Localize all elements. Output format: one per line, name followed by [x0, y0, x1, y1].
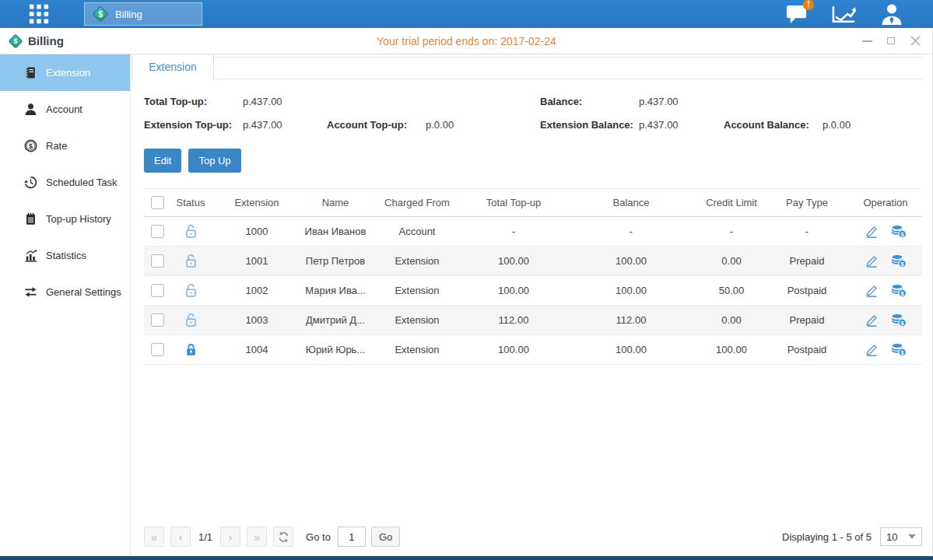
- cell-pay-type: Postpaid: [765, 276, 849, 306]
- top-up-button[interactable]: Top Up: [188, 149, 240, 173]
- edit-icon[interactable]: [865, 254, 879, 268]
- billing-app-window: { "topbar": { "taskbar_item_label": "Bil…: [0, 0, 933, 560]
- tab-extension[interactable]: Extension: [132, 54, 214, 79]
- cell-credit-limit: 0.00: [698, 247, 765, 276]
- taskbar-item-billing[interactable]: $ Billing: [84, 2, 202, 26]
- window-bottom-strip: [0, 556, 933, 560]
- tab-bar-empty: [214, 57, 923, 79]
- goto-page-input[interactable]: [338, 527, 366, 547]
- svg-text:$: $: [13, 37, 17, 45]
- person-icon: [23, 103, 37, 116]
- dollar-coin-icon: $: [23, 139, 37, 152]
- cell-credit-limit: 0.00: [698, 306, 765, 335]
- unlocked-icon: [184, 283, 198, 298]
- cell-name: Дмитрий Д...: [300, 306, 371, 335]
- line-chart-icon[interactable]: [831, 4, 857, 24]
- extension-top-up-value: p.437.00: [243, 119, 282, 131]
- cell-balance: 100.00: [564, 247, 698, 276]
- cell-total-top-up: 112.00: [463, 306, 564, 335]
- top-up-icon[interactable]: $: [891, 284, 907, 297]
- refresh-button[interactable]: [273, 527, 293, 547]
- column-header-balance: Balance: [564, 189, 698, 217]
- sidebar-item-account[interactable]: Account: [0, 91, 130, 128]
- sidebar-item-label: Top-up History: [46, 213, 111, 225]
- desktop-topbar: $ Billing !: [0, 0, 933, 28]
- extension-top-up-label: Extension Top-up:: [144, 119, 243, 131]
- page-size-select[interactable]: 10: [880, 527, 922, 546]
- maximize-button[interactable]: [886, 36, 896, 47]
- sidebar-item-general-settings[interactable]: General Settings: [0, 274, 130, 310]
- notepad-icon: [23, 212, 37, 226]
- svg-text:$: $: [28, 142, 32, 150]
- minimize-button[interactable]: [861, 36, 872, 47]
- column-header-operation: Operation: [849, 189, 922, 217]
- column-header-credit-limit: Credit Limit: [698, 189, 765, 217]
- tab-bar: Extension: [131, 54, 933, 79]
- cell-total-top-up: 100.00: [463, 335, 564, 365]
- edit-icon[interactable]: [865, 343, 879, 356]
- edit-icon[interactable]: [865, 225, 879, 238]
- transfer-arrows-icon: [23, 285, 37, 299]
- go-button[interactable]: Go: [371, 527, 400, 547]
- row-checkbox[interactable]: [151, 313, 164, 327]
- first-page-button[interactable]: «: [144, 527, 164, 547]
- next-page-button[interactable]: ›: [220, 527, 240, 547]
- top-up-icon[interactable]: $: [891, 313, 907, 327]
- cell-charged-from: Extension: [371, 247, 463, 276]
- row-checkbox[interactable]: [151, 225, 164, 238]
- sidebar-item-statistics[interactable]: Statistics: [0, 237, 130, 274]
- row-checkbox[interactable]: [151, 254, 164, 268]
- window-titlebar: $ Billing Your trial period ends on: 201…: [0, 28, 933, 54]
- main-content: Extension Total Top-up:p.437.00 Balance:…: [131, 54, 933, 557]
- cell-credit-limit: 100.00: [698, 335, 765, 365]
- table-body: 1000Иван ИвановAccount----$1001Петр Петр…: [144, 217, 922, 365]
- sidebar-item-label: Account: [46, 103, 82, 115]
- app-grid-icon[interactable]: [28, 3, 50, 25]
- cell-name: Иван Иванов: [300, 217, 371, 247]
- edit-icon[interactable]: [865, 313, 879, 327]
- cell-extension: 1003: [214, 306, 300, 335]
- extension-table: StatusExtensionNameCharged FromTotal Top…: [144, 188, 922, 365]
- last-page-button[interactable]: »: [247, 527, 267, 547]
- row-checkbox[interactable]: [151, 343, 164, 356]
- top-up-icon[interactable]: $: [891, 254, 907, 268]
- sidebar-item-rate[interactable]: $Rate: [0, 128, 130, 164]
- cell-balance: -: [564, 217, 698, 247]
- edit-button[interactable]: Edit: [144, 149, 181, 173]
- cell-extension: 1004: [214, 335, 300, 365]
- cell-charged-from: Account: [371, 217, 463, 247]
- sidebar-item-label: General Settings: [46, 286, 121, 298]
- cell-total-top-up: -: [463, 217, 564, 247]
- sidebar-item-extension[interactable]: Extension: [0, 54, 130, 91]
- sidebar: ExtensionAccount$RateScheduled TaskTop-u…: [0, 54, 131, 557]
- cell-total-top-up: 100.00: [463, 247, 564, 276]
- cell-charged-from: Extension: [371, 276, 463, 306]
- unlocked-icon: [184, 313, 198, 327]
- prev-page-button[interactable]: ‹: [170, 527, 191, 547]
- column-header-total-top-up: Total Top-up: [463, 189, 564, 217]
- table-row: 1003Дмитрий Д...Extension112.00112.000.0…: [144, 306, 922, 335]
- chat-icon[interactable]: !: [785, 4, 808, 24]
- table-row: 1004Юрий Юрь...Extension100.00100.00100.…: [144, 335, 922, 365]
- cell-balance: 100.00: [564, 276, 698, 306]
- table-row: 1000Иван ИвановAccount----$: [144, 217, 922, 247]
- top-up-icon[interactable]: $: [891, 343, 907, 356]
- pagination-bar: « ‹ 1/1 › » Go to Go Displaying 1 - 5 of…: [131, 527, 933, 557]
- row-checkbox[interactable]: [151, 284, 164, 297]
- cell-credit-limit: 50.00: [698, 276, 765, 306]
- unlocked-icon: [184, 224, 198, 239]
- cell-pay-type: Prepaid: [765, 306, 849, 335]
- edit-icon[interactable]: [865, 284, 879, 297]
- cell-charged-from: Extension: [371, 335, 463, 365]
- sidebar-item-top-up-history[interactable]: Top-up History: [0, 201, 130, 237]
- select-all-checkbox[interactable]: [151, 196, 164, 209]
- user-icon[interactable]: [880, 3, 903, 25]
- window-title: Billing: [28, 34, 64, 47]
- top-up-icon[interactable]: $: [891, 225, 907, 238]
- page-size-value: 10: [886, 531, 897, 543]
- table-header-row: StatusExtensionNameCharged FromTotal Top…: [144, 189, 922, 217]
- table-row: 1001Петр ПетровExtension100.00100.000.00…: [144, 247, 922, 276]
- extension-balance-value: p.437.00: [639, 119, 679, 131]
- close-button[interactable]: [910, 36, 921, 47]
- sidebar-item-scheduled-task[interactable]: Scheduled Task: [0, 164, 130, 201]
